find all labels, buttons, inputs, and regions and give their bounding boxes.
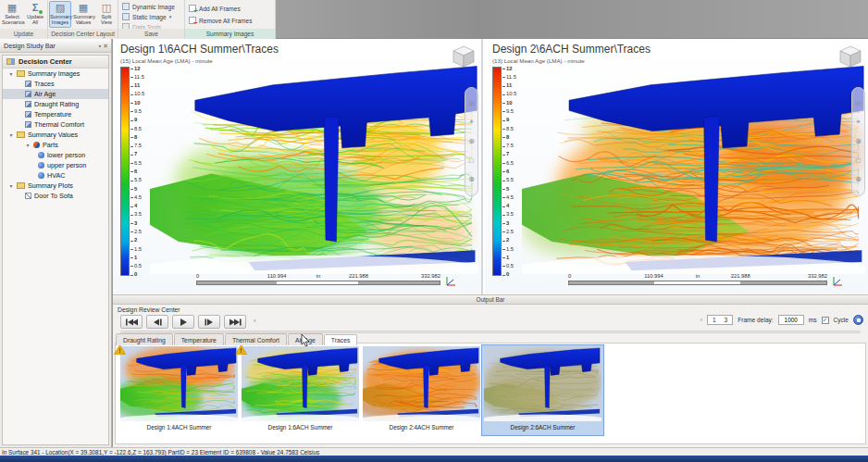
pan-icon[interactable]: ⌖ [856,119,861,126]
scale-bar: 0 110.994 in 221.988 332.982 [568,273,827,287]
legend-tick: 0.5 [130,264,144,268]
last-frame-button[interactable] [224,315,246,329]
static-image-button[interactable]: Static Image ▾ [122,12,171,21]
fit-view-icon[interactable]: □ [856,157,861,165]
frame-delay-input[interactable] [778,315,804,325]
dynamic-image-button[interactable]: Dynamic Image [122,2,175,11]
summary-images-button[interactable]: ▨ Summary Images [49,1,71,28]
tree-item-summary-values[interactable]: ▾ Summary Values [3,130,108,140]
legend-tick: 7.5 [502,144,516,149]
expand-right-icon[interactable]: › [701,317,702,323]
legend-tick: 3 [502,221,516,226]
thumbnail-design2-4ach[interactable]: Design 2:4ACH Summer [361,345,482,435]
design-study-bar-title: Design Study Bar [4,42,56,50]
pan-icon[interactable]: ⌖ [469,119,474,126]
folder-icon [17,182,25,189]
cfd-scene-design2[interactable] [522,61,865,274]
output-bar[interactable]: Output Bar [113,294,868,305]
summary-images-icon: ▨ [50,2,70,14]
tree-item-hvac[interactable]: HVAC [3,170,108,181]
caret-icon[interactable]: ▾ [8,131,14,138]
legend-tick: 4 [502,205,516,209]
legend-tick: 8.5 [502,127,516,131]
legend-tick: 1.5 [502,247,516,252]
static-image-dropdown-icon[interactable]: ▾ [169,14,172,19]
tree-item-air-age[interactable]: Air Age [3,89,108,99]
play-button[interactable] [172,315,194,329]
playback-options: › 1 3 Frame delay: ms ✓ Cycle [701,315,863,325]
viewport-design1[interactable]: Design 1\6ACH Summer\Traces (15) Local M… [113,39,483,294]
legend-tick: 2 [130,239,144,243]
close-toolbar-icon[interactable]: ⊗ [468,176,475,183]
tab-thermal-comfort[interactable]: Thermal Comfort [225,333,287,345]
pin-icon[interactable]: ▪ [99,43,101,49]
cycle-checkbox[interactable]: ✓ [822,317,829,324]
close-icon[interactable]: ✕ [103,43,108,49]
caret-icon[interactable]: ▾ [8,70,14,77]
thumbnail-design2-6ach[interactable]: Design 2:6ACH Summer [482,345,603,435]
tree-item-summary-images[interactable]: ▾ Summary Images [3,69,108,79]
frame-delay-label: Frame delay: [738,317,773,323]
review-tabs: Draught Rating Temperature Thermal Comfo… [116,333,358,345]
tab-temperature[interactable]: Temperature [174,333,224,345]
legend-tick: 2 [502,239,516,243]
frame-current: 1 [713,317,716,323]
tree-item-thermal-comfort[interactable]: Thermal Comfort [3,119,108,130]
part-icon [38,152,44,158]
tree-item-traces[interactable]: Traces [3,79,108,89]
tab-traces[interactable]: Traces [324,334,358,346]
legend-tick: 2.5 [130,230,144,234]
caret-icon[interactable]: ▾ [8,182,14,189]
thumbnail-design1-4ach[interactable]: ! Design 1:4ACH Summer [118,345,240,435]
split-view-label: Split View [96,14,117,26]
select-scenarios-icon: ▦ [2,2,22,14]
remove-all-frames-label: Remove All Frames [199,18,253,24]
close-toolbar-icon[interactable]: ⊗ [855,176,862,183]
record-video-icon[interactable] [853,315,863,325]
viewport-design2[interactable]: Design 2\6ACH Summer\Traces (13) Local M… [485,39,868,294]
legend-tick: 5 [502,187,516,192]
tree-root-decision-center[interactable]: Decision Center [3,56,108,69]
thumbnail-design1-6ach[interactable]: ! Design 1:6ACH Summer [240,345,361,435]
select-scenarios-button[interactable]: ▦ Select Scenarios [1,1,23,28]
tab-draught-rating[interactable]: Draught Rating [116,333,173,345]
orbit-icon[interactable]: ◎ [855,100,862,107]
window-bottom-edge [0,456,868,462]
summary-values-button[interactable]: ▦ Summary Values [72,1,94,28]
legend-tick: 11 [502,84,516,89]
update-all-button[interactable]: Σ Update All [24,1,46,28]
legend-tick: 8 [130,135,144,140]
design-study-bar-header[interactable]: Design Study Bar ▪ ✕ [0,39,111,53]
zoom-icon[interactable]: ⊕ [855,138,862,145]
first-frame-button[interactable] [120,315,143,329]
orbit-icon[interactable]: ◎ [468,100,475,107]
viewport-title: Design 1\6ACH Summer\Traces [120,43,279,56]
tree-item-parts[interactable]: ▾ Parts [3,140,108,150]
view-cube[interactable] [838,44,862,69]
tree-item-lower-person[interactable]: lower person [3,150,108,160]
view-cube[interactable] [452,44,476,69]
image-icon [25,121,31,128]
fit-view-icon[interactable]: □ [469,157,474,165]
remove-all-frames-button[interactable]: − Remove All Frames [189,16,253,25]
tree-item-draught-rating[interactable]: Draught Rating [3,99,108,109]
warning-icon: ! [114,344,231,419]
ribbon-group-save: Dynamic Image Static Image ▾ Data Tools … [118,0,185,39]
tree-item-upper-person[interactable]: upper person [3,160,108,170]
split-view-button[interactable]: ◫ Split View [95,1,118,28]
next-frame-button[interactable] [198,315,220,329]
add-all-frames-button[interactable]: + Add All Frames [189,4,241,13]
legend-tick: 9.5 [502,109,516,114]
zoom-icon[interactable]: ⊕ [468,138,475,145]
group-label-summary-images: Summary Images [185,29,275,39]
tree-item-temperature[interactable]: Temperature [3,109,108,119]
previous-frame-button[interactable] [146,315,168,329]
legend-tick: 3.5 [130,213,144,218]
dynamic-image-label: Dynamic Image [132,4,175,10]
ribbon-group-summary-images: + Add All Frames − Remove All Frames Sum… [185,0,276,39]
caret-icon[interactable]: ▾ [25,142,31,148]
collapse-left-icon[interactable]: ‹ [254,317,256,325]
tree-item-summary-plots[interactable]: ▾ Summary Plots [3,181,108,191]
cfd-scene-design1[interactable] [150,61,478,274]
tree-item-door-to-sofa[interactable]: Door To Sofa [3,191,108,201]
